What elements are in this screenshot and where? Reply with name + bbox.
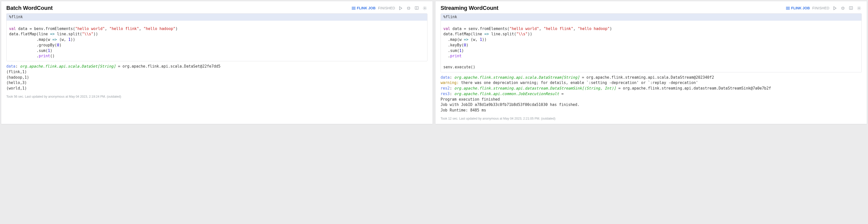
cell-output: data: org.apache.flink.api.scala.DataSet… <box>6 64 428 91</box>
code-active-line: %flink <box>6 13 427 21</box>
collapse-button[interactable] <box>840 5 845 11</box>
collapse-button[interactable] <box>406 5 411 11</box>
play-icon <box>833 6 837 10</box>
book-button[interactable] <box>848 5 854 11</box>
collapse-icon <box>841 6 845 10</box>
code-editor[interactable]: %flink val data = senv.fromElements("hel… <box>440 13 862 72</box>
bars-icon <box>351 6 356 10</box>
cell-footer: Took 56 sec. Last updated by anonymous a… <box>6 95 428 98</box>
status-badge: FINISHED <box>812 6 829 10</box>
notebook-cell-streaming: Streaming WordCountFLINK JOBFINISHED%fli… <box>435 1 867 124</box>
gear-icon <box>423 6 427 10</box>
gear-button[interactable] <box>422 5 428 11</box>
cell-title: Batch WordCount <box>6 5 53 11</box>
collapse-icon <box>406 6 411 10</box>
play-icon <box>398 6 403 10</box>
flink-job-link[interactable]: FLINK JOB <box>351 6 375 10</box>
cell-output: data: org.apache.flink.streaming.api.sca… <box>440 75 862 113</box>
gear-button[interactable] <box>856 5 862 11</box>
code-active-line: %flink <box>441 13 862 21</box>
notebook-cell-batch: Batch WordCountFLINK JOBFINISHED%flink v… <box>1 1 433 124</box>
notebook-page: Batch WordCountFLINK JOBFINISHED%flink v… <box>0 0 868 134</box>
cell-title: Streaming WordCount <box>440 5 498 11</box>
status-badge: FINISHED <box>378 6 395 10</box>
cell-toolbar: FLINK JOBFINISHED <box>786 5 862 11</box>
flink-job-link[interactable]: FLINK JOB <box>786 6 810 10</box>
svg-point-0 <box>424 7 426 9</box>
gear-icon <box>857 6 861 10</box>
book-button[interactable] <box>414 5 420 11</box>
book-icon <box>414 6 419 10</box>
play-button[interactable] <box>832 5 837 11</box>
svg-point-1 <box>859 7 860 9</box>
play-button[interactable] <box>398 5 403 11</box>
book-icon <box>849 6 853 10</box>
flink-job-label: FLINK JOB <box>357 6 375 10</box>
code-editor[interactable]: %flink val data = benv.fromElements("hel… <box>6 13 428 61</box>
cell-header: Streaming WordCountFLINK JOBFINISHED <box>440 5 862 11</box>
cell-footer: Took 12 sec. Last updated by anonymous a… <box>440 117 862 120</box>
cell-toolbar: FLINK JOBFINISHED <box>351 5 428 11</box>
bars-icon <box>786 6 790 10</box>
cell-header: Batch WordCountFLINK JOBFINISHED <box>6 5 428 11</box>
flink-job-label: FLINK JOB <box>791 6 810 10</box>
